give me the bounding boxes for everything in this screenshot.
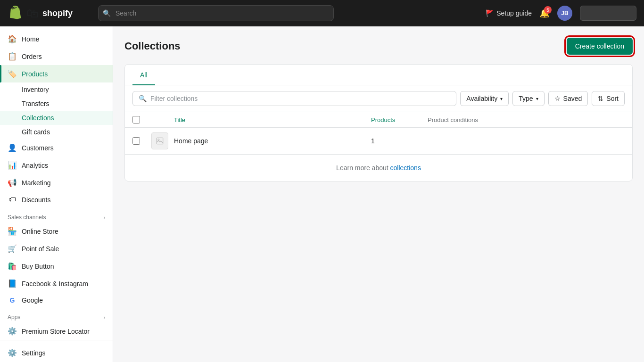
- topnav-right: 🚩 Setup guide 🔔 5 JB: [486, 6, 636, 21]
- customers-icon: 👤: [8, 143, 17, 152]
- avatar-button[interactable]: JB: [557, 6, 572, 21]
- sort-button[interactable]: ⇅ Sort: [592, 91, 625, 106]
- orders-icon: 📋: [8, 52, 17, 61]
- products-icon: 🏷️: [8, 69, 17, 78]
- discounts-icon: 🏷: [8, 196, 17, 204]
- sidebar-item-settings[interactable]: ⚙️ Settings: [0, 344, 113, 362]
- table-header: Title Products Product conditions: [125, 112, 632, 128]
- notifications-button[interactable]: 🔔 5: [539, 8, 550, 18]
- page-header: Collections Create collection: [124, 38, 633, 55]
- sidebar-item-discounts[interactable]: 🏷 Discounts: [0, 191, 113, 208]
- sidebar-subitem-transfers[interactable]: Transfers: [0, 97, 113, 111]
- type-chevron-icon: ▾: [536, 96, 538, 101]
- shopify-logo-icon: [8, 6, 23, 21]
- sidebar-item-home[interactable]: 🏠 Home: [0, 30, 113, 48]
- setup-guide-button[interactable]: 🚩 Setup guide: [486, 9, 532, 17]
- content-area: Collections Create collection All 🔍 Avai…: [113, 26, 644, 362]
- home-icon: 🏠: [8, 34, 17, 43]
- sidebar-item-products[interactable]: 🏷️ Products: [0, 65, 113, 82]
- type-filter-button[interactable]: Type ▾: [512, 91, 544, 106]
- shopify-bag-icon: 🛍: [26, 6, 39, 21]
- search-bar[interactable]: 🔍: [98, 5, 334, 21]
- sales-channels-chevron[interactable]: ›: [104, 215, 105, 220]
- sidebar-item-facebook-instagram[interactable]: 📘 Facebook & Instagram: [0, 275, 113, 292]
- row-thumbnail: [151, 132, 168, 149]
- header-product-conditions: Product conditions: [428, 116, 625, 123]
- filter-search-icon: 🔍: [139, 95, 147, 102]
- sidebar-item-point-of-sale[interactable]: 🛒 Point of Sale: [0, 240, 113, 257]
- row-checkbox-cell[interactable]: [132, 137, 151, 145]
- buy-button-icon: 🛍️: [8, 262, 17, 271]
- facebook-instagram-icon: 📘: [8, 279, 17, 288]
- table-row: Home page 1: [125, 128, 632, 155]
- logo-text: shopify: [42, 8, 73, 18]
- saved-filter-button[interactable]: ☆ Saved: [548, 91, 588, 106]
- create-collection-button[interactable]: Create collection: [567, 38, 633, 55]
- point-of-sale-icon: 🛒: [8, 244, 17, 253]
- collections-card: All 🔍 Availability ▾ Type ▾ ☆ Sav: [124, 64, 633, 181]
- filter-collections-input[interactable]: [150, 95, 450, 102]
- store-name-button[interactable]: [580, 6, 636, 21]
- sidebar-item-premium-store-locator[interactable]: ⚙️ Premium Store Locator: [0, 322, 113, 340]
- sidebar-item-online-store[interactable]: 🏪 Online Store: [0, 222, 113, 240]
- sidebar-item-buy-button[interactable]: 🛍️ Buy Button: [0, 257, 113, 275]
- sales-channels-label: Sales channels ›: [0, 208, 113, 222]
- sidebar-subitem-collections[interactable]: Collections: [0, 111, 113, 125]
- row-products: 1: [371, 137, 428, 145]
- header-checkbox-cell[interactable]: [132, 116, 151, 123]
- row-title[interactable]: Home page: [174, 137, 371, 145]
- notification-badge: 5: [544, 6, 552, 14]
- premium-store-locator-icon: ⚙️: [8, 327, 17, 336]
- analytics-icon: 📊: [8, 161, 17, 170]
- row-thumbnail-cell: [151, 132, 174, 149]
- svg-rect-0: [157, 138, 163, 144]
- sidebar-item-orders[interactable]: 📋 Orders: [0, 48, 113, 65]
- header-products: Products: [371, 116, 428, 123]
- sidebar-item-customers[interactable]: 👤 Customers: [0, 139, 113, 156]
- apps-label: Apps ›: [0, 308, 113, 322]
- flag-icon: 🚩: [486, 9, 494, 17]
- filters-row: 🔍 Availability ▾ Type ▾ ☆ Saved ⇅ So: [125, 85, 632, 112]
- svg-point-1: [158, 139, 159, 140]
- filter-search-container[interactable]: 🔍: [132, 91, 456, 106]
- select-all-checkbox[interactable]: [132, 116, 140, 123]
- settings-icon: ⚙️: [8, 348, 17, 357]
- sidebar-item-marketing[interactable]: 📢 Marketing: [0, 174, 113, 191]
- main-layout: 🏠 Home 📋 Orders 🏷️ Products Inventory Tr…: [0, 26, 644, 362]
- google-icon: G: [8, 296, 17, 304]
- learn-more-section: Learn more about collections: [125, 155, 632, 181]
- availability-chevron-icon: ▾: [500, 96, 503, 101]
- apps-chevron[interactable]: ›: [104, 315, 105, 320]
- star-icon: ☆: [554, 95, 561, 102]
- settings-section: ⚙️ Settings: [0, 340, 113, 362]
- page-title: Collections: [124, 40, 181, 52]
- row-checkbox[interactable]: [132, 137, 140, 145]
- collections-learn-more-link[interactable]: collections: [390, 164, 421, 172]
- sidebar-item-google[interactable]: G Google: [0, 292, 113, 308]
- tab-all[interactable]: All: [132, 65, 155, 85]
- topnav: 🛍 shopify 🔍 🚩 Setup guide 🔔 5 JB: [0, 0, 644, 26]
- tabs-row: All: [125, 65, 632, 85]
- availability-filter-button[interactable]: Availability ▾: [460, 91, 509, 106]
- search-input[interactable]: [98, 5, 334, 21]
- sidebar-subitem-gift-cards[interactable]: Gift cards: [0, 125, 113, 139]
- marketing-icon: 📢: [8, 178, 17, 187]
- online-store-icon: 🏪: [8, 227, 17, 236]
- search-icon: 🔍: [103, 9, 111, 17]
- sidebar: 🏠 Home 📋 Orders 🏷️ Products Inventory Tr…: [0, 26, 113, 362]
- sidebar-item-analytics[interactable]: 📊 Analytics: [0, 156, 113, 174]
- sidebar-subitem-inventory[interactable]: Inventory: [0, 82, 113, 97]
- logo-area: 🛍 shopify: [8, 6, 92, 21]
- header-title: Title: [174, 116, 371, 123]
- sort-icon: ⇅: [598, 95, 603, 102]
